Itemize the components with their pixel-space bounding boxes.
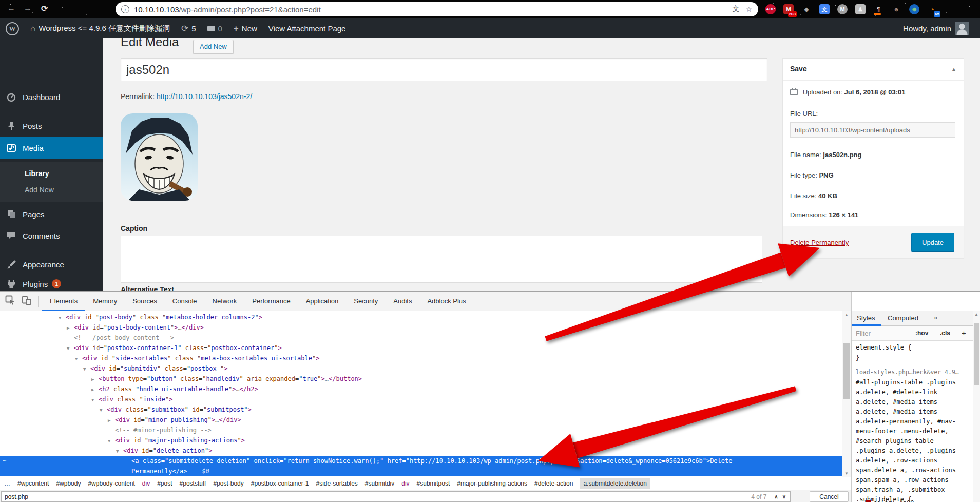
dom-tree-row[interactable]: ▶<div id="minor-publishing">…</div>: [0, 415, 842, 425]
css-selector-list[interactable]: #all-plugins-table .plugins a.delete, #d…: [856, 378, 956, 502]
delete-permanently-link[interactable]: Delete Permanently: [790, 239, 849, 246]
sidebar-item-posts[interactable]: Posts: [0, 116, 103, 136]
media-title-input[interactable]: [121, 58, 767, 81]
breadcrumb-postbox-container-1[interactable]: #postbox-container-1: [251, 480, 309, 487]
tab-styles[interactable]: Styles: [857, 314, 875, 322]
howdy-admin-link[interactable]: Howdy, admin: [903, 24, 951, 33]
expand-arrow-open-icon[interactable]: ▼: [116, 446, 123, 456]
new-content-link[interactable]: + New: [234, 24, 257, 34]
selected-dom-node[interactable]: ⋯<a class="submitdelete deletion" onclic…: [0, 456, 842, 466]
devtools-tab-console[interactable]: Console: [165, 292, 205, 311]
bookmark-star-icon[interactable]: ☆: [745, 5, 752, 13]
back-icon[interactable]: ←: [7, 4, 15, 13]
sidebar-item-dashboard[interactable]: Dashboard: [0, 87, 103, 107]
translate-extension-icon[interactable]: 文: [818, 3, 831, 15]
expand-arrow-closed-icon[interactable]: ▶: [91, 384, 99, 395]
address-bar[interactable]: i 10.10.10.103/wp-admin/post.php?post=21…: [116, 2, 758, 16]
find-input[interactable]: post.php 4 of 7 ∧ ∨: [1, 491, 791, 502]
dom-tree-row[interactable]: <!-- #minor-publishing -->: [0, 425, 842, 435]
dom-tree-row[interactable]: ▼<div id="delete-action">: [0, 446, 842, 456]
breadcrumb-div[interactable]: div: [142, 480, 150, 487]
devtools-tab-application[interactable]: Application: [298, 292, 347, 311]
css-property-row[interactable]: color: #a00;: [865, 499, 918, 502]
breadcrumb-wpbody[interactable]: #wpbody: [56, 480, 81, 487]
expand-arrow-open-icon[interactable]: ▼: [100, 405, 107, 415]
forward-icon[interactable]: →: [24, 4, 32, 13]
comments-link[interactable]: 0: [207, 24, 222, 33]
scroll-up-arrow-icon[interactable]: ▲: [974, 312, 978, 317]
permalink-link[interactable]: http://10.10.10.103/jas502n-2/: [157, 92, 252, 101]
translate-page-icon[interactable]: 文: [732, 5, 739, 14]
updates-link[interactable]: ⟳ 5: [181, 23, 196, 34]
caption-textarea[interactable]: [121, 236, 762, 283]
inspect-element-icon[interactable]: [5, 295, 15, 307]
scroll-down-arrow-icon[interactable]: ▼: [844, 471, 849, 476]
breadcrumb-poststuff[interactable]: #poststuff: [180, 480, 206, 487]
dom-tree-row[interactable]: ▼<div class="submitbox" id="submitpost">: [0, 404, 842, 415]
toggle-class-button[interactable]: .cls: [940, 330, 950, 337]
mask-extension-icon[interactable]: ☻: [890, 3, 902, 15]
m-circle-extension-icon[interactable]: M: [836, 3, 849, 15]
stylesheet-source-link[interactable]: load-styles.php…heck&ver=4.9…: [856, 369, 959, 376]
devtools-tab-performance[interactable]: Performance: [244, 292, 298, 311]
dom-tree-row[interactable]: ▼<div id="postbox-container-1" class="po…: [0, 343, 842, 353]
add-new-button[interactable]: Add New: [193, 40, 234, 54]
devtools-tab-sources[interactable]: Sources: [125, 292, 165, 311]
dom-tree-row[interactable]: ▼<div class="inside">: [0, 394, 842, 404]
gem-extension-icon[interactable]: ◆: [800, 3, 813, 15]
expand-arrow-closed-icon[interactable]: ▶: [91, 374, 99, 384]
find-cancel-button[interactable]: Cancel: [810, 491, 849, 502]
breadcrumb-overflow[interactable]: …: [4, 480, 10, 487]
wordpress-logo-icon[interactable]: W: [6, 22, 19, 35]
devtools-tab-memory[interactable]: Memory: [85, 292, 125, 311]
more-tabs-icon[interactable]: »: [934, 314, 937, 321]
breadcrumb-side-sortables[interactable]: #side-sortables: [316, 480, 357, 487]
devtools-tab-adblock-plus[interactable]: Adblock Plus: [419, 292, 473, 311]
expand-arrow-open-icon[interactable]: ▼: [108, 436, 115, 446]
tab-computed[interactable]: Computed: [888, 314, 918, 322]
styles-scrollbar-thumb[interactable]: [974, 323, 979, 385]
sidebar-item-comments[interactable]: Comments: [0, 226, 103, 245]
dom-tree-row[interactable]: ▶<div id="post-body-content">…</div>: [0, 322, 842, 333]
styles-filter-input[interactable]: Filter: [856, 330, 871, 337]
elements-scrollbar-thumb[interactable]: [843, 343, 850, 399]
file-url-input[interactable]: [790, 122, 955, 138]
toggle-hover-button[interactable]: :hov: [915, 330, 928, 337]
breadcrumb-post[interactable]: #post: [157, 480, 172, 487]
breadcrumb-submitdiv[interactable]: #submitdiv: [365, 480, 394, 487]
breadcrumb-div[interactable]: div: [401, 480, 409, 487]
globe-extension-icon[interactable]: ⊕: [908, 3, 920, 15]
selected-dom-node[interactable]: Permanently</a> == $0: [0, 466, 842, 476]
devtools-tab-network[interactable]: Network: [205, 292, 245, 311]
expand-arrow-open-icon[interactable]: ▼: [91, 395, 99, 405]
submenu-item-add-new[interactable]: Add New: [25, 186, 54, 194]
pilcrow-extension-icon[interactable]: ¶: [872, 3, 885, 15]
dom-tree-row[interactable]: ▼<div id="submitdiv" class="postbox ">: [0, 363, 842, 374]
expand-arrow-open-icon[interactable]: ▼: [75, 354, 82, 364]
device-toolbar-icon[interactable]: [22, 295, 32, 307]
sidebar-item-media[interactable]: Media: [0, 137, 103, 159]
find-next-icon[interactable]: ∨: [782, 494, 786, 499]
expand-arrow-closed-icon[interactable]: ▶: [108, 415, 115, 426]
expand-arrow-open-icon[interactable]: ▼: [67, 343, 74, 354]
breadcrumb-major-publishing-actions[interactable]: #major-publishing-actions: [457, 480, 527, 487]
mail-extension-icon[interactable]: M263: [782, 3, 795, 15]
view-attachment-link[interactable]: View Attachment Page: [268, 24, 346, 33]
avatar[interactable]: [955, 22, 969, 35]
elements-scrollbar[interactable]: ▲ ▼: [842, 311, 851, 477]
sidebar-item-appearance[interactable]: Appearance: [0, 255, 103, 274]
element-style-rule[interactable]: element.style {: [856, 344, 911, 351]
color-swatch[interactable]: [865, 500, 871, 502]
expand-arrow-open-icon[interactable]: ▼: [59, 313, 66, 323]
expand-arrow-closed-icon[interactable]: ▶: [67, 323, 74, 333]
breadcrumb-post-body[interactable]: #post-body: [213, 480, 243, 487]
dom-tree-row[interactable]: ▼<div id="post-body" class="metabox-hold…: [0, 312, 842, 322]
sidebar-item-plugins[interactable]: Plugins 1: [0, 274, 103, 291]
update-button[interactable]: Update: [911, 233, 954, 252]
save-metabox-header[interactable]: Save ▲: [783, 59, 964, 81]
breadcrumb-submitpost[interactable]: #submitpost: [417, 480, 450, 487]
dom-tree-row[interactable]: ▶<button type="button" class="handlediv"…: [0, 374, 842, 384]
styles-scrollbar[interactable]: ▲: [973, 311, 980, 502]
new-style-rule-icon[interactable]: +: [962, 329, 966, 337]
expand-arrow-open-icon[interactable]: ▼: [83, 364, 90, 374]
